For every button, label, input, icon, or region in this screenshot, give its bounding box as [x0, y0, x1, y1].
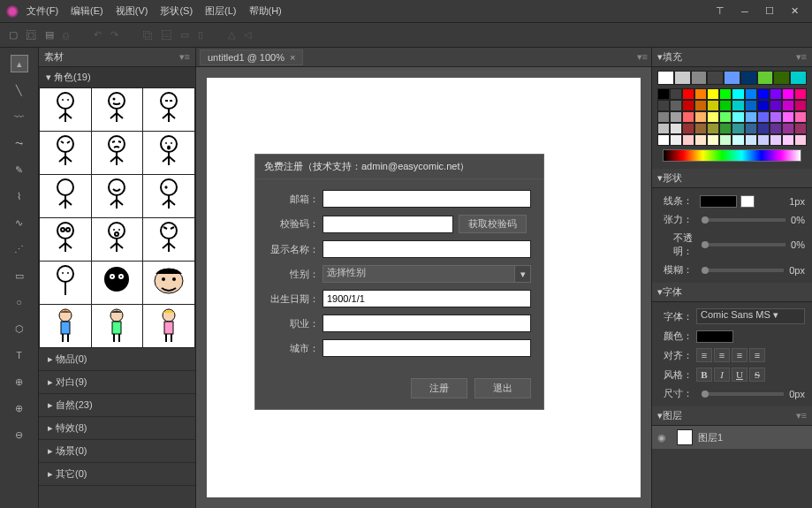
- freehand-tool[interactable]: ∿: [11, 214, 28, 231]
- eyedropper-tool[interactable]: ⊕: [11, 373, 28, 390]
- cat-role[interactable]: ▾ 角色(19): [39, 67, 195, 87]
- visibility-icon[interactable]: ◉: [657, 432, 672, 444]
- open-file-icon[interactable]: ⿴: [27, 30, 36, 41]
- fill-preset[interactable]: [773, 71, 790, 85]
- cat-nature[interactable]: ▸ 自然(23): [39, 394, 195, 417]
- exit-button[interactable]: 退出: [474, 378, 531, 398]
- font-color[interactable]: [696, 330, 733, 343]
- color-swatch[interactable]: [694, 134, 707, 146]
- print-icon[interactable]: ⎙: [63, 30, 69, 41]
- cat-effect[interactable]: ▸ 特效(8): [39, 417, 195, 440]
- role-item[interactable]: [92, 88, 143, 131]
- path-tool[interactable]: ⤳: [11, 134, 28, 152]
- fill-preset[interactable]: [674, 71, 691, 85]
- role-item[interactable]: [92, 132, 143, 174]
- role-item[interactable]: [92, 218, 143, 261]
- curve-tool[interactable]: 〰: [11, 108, 28, 125]
- role-item[interactable]: [143, 262, 194, 304]
- redo-icon[interactable]: ↷: [110, 29, 118, 41]
- color-swatch[interactable]: [707, 123, 719, 134]
- color-swatch[interactable]: [757, 100, 770, 111]
- fill-preset[interactable]: [707, 71, 724, 85]
- register-button[interactable]: 注册: [411, 378, 467, 398]
- color-swatch[interactable]: [682, 123, 694, 134]
- menu-view[interactable]: 视图(V): [116, 4, 148, 18]
- color-swatch[interactable]: [732, 100, 744, 111]
- group-icon[interactable]: ⿻: [143, 30, 153, 41]
- panel-menu-icon[interactable]: ▾≡: [179, 51, 190, 63]
- font-family-select[interactable]: Comic Sans MS ▾: [696, 308, 805, 324]
- role-item[interactable]: [40, 175, 91, 217]
- fill-preset[interactable]: [657, 71, 674, 85]
- opacity-slider[interactable]: [702, 243, 785, 246]
- color-swatch[interactable]: [745, 88, 757, 100]
- code-field[interactable]: [323, 216, 453, 233]
- align-right-icon[interactable]: ≡: [732, 348, 747, 362]
- color-swatch[interactable]: [782, 100, 794, 111]
- color-palette[interactable]: [657, 88, 807, 146]
- get-code-button[interactable]: 获取校验码: [459, 215, 527, 233]
- color-swatch[interactable]: [657, 134, 670, 146]
- color-swatch[interactable]: [670, 100, 682, 111]
- flip-h-icon[interactable]: △: [228, 29, 235, 41]
- close-icon[interactable]: ✕: [782, 3, 807, 20]
- role-item[interactable]: [40, 305, 91, 347]
- zoom-in-tool[interactable]: ⊕: [11, 399, 28, 417]
- color-swatch[interactable]: [707, 111, 719, 123]
- pointer-tool[interactable]: ▴: [11, 55, 28, 72]
- color-swatch[interactable]: [770, 88, 782, 100]
- size-slider[interactable]: [702, 392, 784, 396]
- role-item[interactable]: [92, 305, 143, 347]
- color-swatch[interactable]: [670, 134, 682, 146]
- color-swatch[interactable]: [707, 134, 719, 146]
- color-swatch[interactable]: [682, 88, 694, 100]
- color-swatch[interactable]: [657, 111, 670, 123]
- color-swatch[interactable]: [757, 111, 770, 123]
- document-tab[interactable]: untitled1 @ 100% ×: [200, 49, 303, 65]
- role-item[interactable]: [40, 132, 91, 174]
- birthday-field[interactable]: [323, 290, 531, 307]
- fill-preset[interactable]: [757, 71, 774, 85]
- zoom-out-tool[interactable]: ⊖: [11, 426, 28, 444]
- color-swatch[interactable]: [694, 88, 707, 100]
- color-swatch[interactable]: [770, 134, 782, 146]
- color-swatch[interactable]: [657, 123, 670, 134]
- front-icon[interactable]: ▭: [180, 29, 189, 41]
- new-file-icon[interactable]: ▢: [9, 29, 18, 41]
- role-item[interactable]: [143, 88, 194, 131]
- align-justify-icon[interactable]: ≡: [749, 348, 765, 362]
- stroke-style[interactable]: [740, 195, 755, 208]
- fill-preset[interactable]: [790, 71, 807, 85]
- color-swatch[interactable]: [794, 111, 807, 123]
- color-swatch[interactable]: [782, 123, 794, 134]
- role-item[interactable]: [143, 305, 194, 347]
- color-swatch[interactable]: [757, 88, 770, 100]
- color-swatch[interactable]: [694, 100, 707, 111]
- stroke-color[interactable]: [700, 195, 737, 208]
- color-swatch[interactable]: [745, 100, 757, 111]
- color-swatch[interactable]: [682, 134, 694, 146]
- save-icon[interactable]: ▤: [45, 29, 54, 41]
- color-swatch[interactable]: [732, 111, 744, 123]
- color-swatch[interactable]: [745, 111, 757, 123]
- align-center-icon[interactable]: ≡: [714, 348, 730, 362]
- nickname-field[interactable]: [323, 240, 531, 258]
- menu-edit[interactable]: 编辑(E): [71, 4, 103, 18]
- color-swatch[interactable]: [719, 88, 732, 100]
- city-field[interactable]: [323, 339, 531, 357]
- fill-preset[interactable]: [740, 71, 757, 85]
- undo-icon[interactable]: ↶: [94, 29, 102, 41]
- text-tool[interactable]: T: [11, 346, 28, 364]
- color-swatch[interactable]: [745, 123, 757, 134]
- pin-icon[interactable]: ⊤: [708, 3, 732, 20]
- fill-preset[interactable]: [724, 71, 740, 85]
- pen-tool[interactable]: ✎: [11, 161, 28, 178]
- gradient-picker[interactable]: [663, 149, 801, 162]
- color-swatch[interactable]: [794, 88, 807, 100]
- color-swatch[interactable]: [782, 134, 794, 146]
- color-swatch[interactable]: [707, 88, 719, 100]
- color-swatch[interactable]: [670, 111, 682, 123]
- color-swatch[interactable]: [757, 123, 770, 134]
- cat-scene[interactable]: ▸ 场景(0): [39, 440, 195, 463]
- role-item[interactable]: [40, 88, 91, 131]
